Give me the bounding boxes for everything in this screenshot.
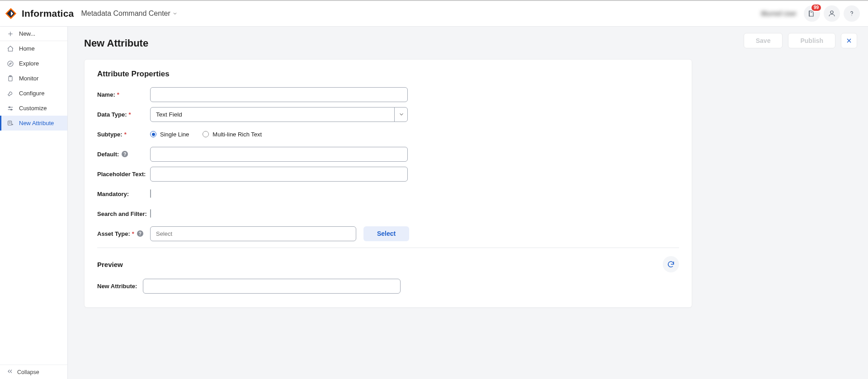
home-icon [6, 45, 14, 52]
sidebar-item-label: Configure [19, 90, 44, 97]
collapse-label: Collapse [17, 369, 39, 375]
divider [97, 248, 679, 248]
default-label: Default: ? [97, 151, 150, 158]
user-menu-button[interactable] [824, 5, 840, 22]
svg-point-3 [830, 11, 833, 14]
search-filter-checkbox[interactable] [150, 209, 151, 218]
radio-unselected-icon [203, 131, 209, 137]
svg-point-4 [851, 15, 852, 16]
asset-type-input[interactable] [150, 226, 356, 241]
sidebar-item-label: New Attribute [19, 120, 54, 126]
data-type-label: Data Type:* [97, 111, 150, 118]
sidebar: New... Home Explore Monitor Configure Cu… [0, 27, 68, 379]
sidebar-item-new-attribute[interactable]: New Attribute [0, 116, 67, 131]
sidebar-item-customize[interactable]: Customize [0, 101, 67, 116]
asset-type-label: Asset Type:* ? [97, 230, 150, 237]
page-title: New Attribute [84, 37, 854, 49]
mandatory-label: Mandatory: [97, 191, 150, 197]
help-button[interactable] [844, 5, 860, 22]
search-filter-label: Search and Filter: [97, 211, 150, 217]
svg-point-7 [8, 61, 13, 66]
wrench-icon [6, 90, 14, 97]
plus-icon [6, 30, 14, 37]
preview-field-input [143, 279, 401, 294]
sidebar-item-label: Home [19, 45, 35, 52]
sliders-icon [6, 105, 14, 112]
sidebar-item-home[interactable]: Home [0, 41, 67, 56]
sidebar-item-explore[interactable]: Explore [0, 56, 67, 71]
sidebar-item-configure[interactable]: Configure [0, 86, 67, 101]
page-actions: Save Publish [744, 33, 857, 48]
chevron-double-left-icon [6, 368, 14, 376]
placeholder-text-label: Placeholder Text: [97, 171, 150, 178]
collapse-sidebar-button[interactable]: Collapse [0, 365, 67, 379]
brand-block: Informatica Metadata Command Center [5, 7, 178, 20]
subtype-label: Subtype:* [97, 131, 150, 138]
help-icon[interactable]: ? [137, 230, 143, 237]
close-icon [845, 37, 853, 44]
section-title: Attribute Properties [97, 70, 679, 79]
sidebar-item-label: New... [19, 30, 35, 37]
subtype-single-line-radio[interactable]: Single Line [150, 131, 189, 138]
help-icon[interactable]: ? [122, 151, 128, 157]
notifications-badge: 99 [811, 4, 822, 12]
app-switcher[interactable]: Metadata Command Center [81, 9, 177, 18]
sidebar-item-label: Explore [19, 60, 39, 67]
sidebar-item-label: Customize [19, 105, 47, 112]
mandatory-checkbox[interactable] [150, 189, 151, 198]
refresh-icon [667, 260, 675, 268]
subtype-multiline-radio[interactable]: Multi-line Rich Text [203, 131, 262, 138]
close-button[interactable] [841, 33, 857, 48]
sidebar-item-monitor[interactable]: Monitor [0, 71, 67, 86]
brand-name: Informatica [22, 8, 74, 19]
placeholder-text-input[interactable] [150, 167, 408, 182]
compass-icon [6, 60, 14, 67]
chevron-down-icon [172, 11, 178, 16]
name-input[interactable] [150, 87, 408, 102]
sidebar-item-new[interactable]: New... [0, 27, 67, 41]
refresh-preview-button[interactable] [663, 256, 679, 272]
radio-selected-icon [150, 131, 156, 137]
preview-title: Preview [97, 261, 123, 268]
publish-button[interactable]: Publish [788, 33, 835, 48]
save-button[interactable]: Save [744, 33, 783, 48]
asset-type-select-button[interactable]: Select [363, 226, 409, 241]
topbar: Informatica Metadata Command Center Blur… [0, 0, 868, 27]
svg-marker-8 [9, 63, 11, 65]
preview-field-label: New Attribute: [97, 283, 143, 290]
notifications-button[interactable]: 99 [804, 5, 820, 22]
default-input[interactable] [150, 147, 408, 162]
form-plus-icon [6, 120, 14, 127]
name-label: Name:* [97, 91, 150, 98]
app-name: Metadata Command Center [81, 9, 170, 18]
page: Save Publish New Attribute Attribute Pro… [68, 27, 868, 379]
clipboard-icon [6, 75, 14, 82]
data-type-select[interactable] [150, 107, 408, 122]
user-display[interactable]: Blurred User [758, 10, 799, 17]
sidebar-item-label: Monitor [19, 75, 38, 82]
attribute-properties-panel: Attribute Properties Name:* Data Type:* [84, 59, 692, 308]
topbar-actions: 99 [804, 5, 860, 22]
svg-rect-15 [8, 121, 12, 125]
informatica-logo-icon [5, 7, 17, 20]
